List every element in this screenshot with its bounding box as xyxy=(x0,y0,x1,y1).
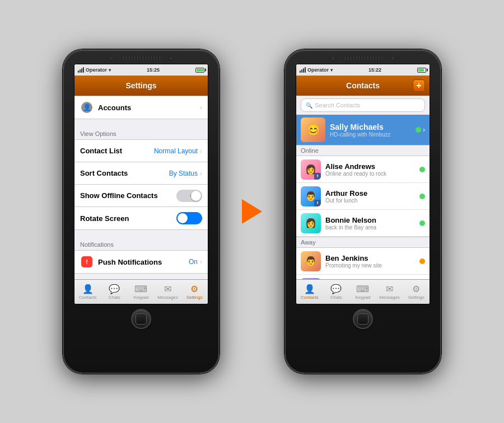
phone-top xyxy=(64,56,218,60)
accounts-row[interactable]: 👤 Accounts › xyxy=(74,96,208,119)
indicator-alise xyxy=(419,167,425,172)
status-bonnie: back in the Bay area xyxy=(325,224,415,231)
contact-matt-cina[interactable]: 👨 Matt Cina Party this friday xyxy=(296,275,430,279)
push-chevron: › xyxy=(200,258,202,266)
settings-header: Settings xyxy=(74,76,208,96)
header-title: Settings xyxy=(125,81,156,90)
indicator-ben xyxy=(419,258,425,264)
contacts-label-active: Contacts xyxy=(301,295,319,300)
name-alise: Alise Andrews xyxy=(325,162,415,171)
contact-list-chevron: › xyxy=(200,147,202,155)
tab-keypad-2[interactable]: ⌨ Keypad xyxy=(349,280,376,304)
notifications-header: Notifications xyxy=(74,234,208,250)
rotate-screen-row[interactable]: Rotate Screen ON xyxy=(74,207,208,229)
phone-top-2 xyxy=(286,56,440,60)
settings-content: 👤 Accounts › View Options Contact List N… xyxy=(74,96,208,279)
direction-arrow xyxy=(242,199,262,224)
tab-bar-settings: 👤 Contacts 💬 Chats ⌨ Keypad ✉ Messages ⚙… xyxy=(74,279,208,304)
contacts-title: Contacts xyxy=(346,81,380,90)
tab-keypad[interactable]: ⌨ Keypad xyxy=(128,280,155,304)
status-ben: Promoting my new site xyxy=(325,262,415,269)
show-offline-toggle[interactable]: OFF xyxy=(176,190,202,202)
avatar-matt: 👨 xyxy=(301,278,321,280)
featured-info: Sally Michaels HD-calling with Nimbuzz xyxy=(330,123,411,138)
arrow xyxy=(242,199,262,224)
search-icon: 🔍 xyxy=(306,102,312,109)
contacts-tab-icon: 👤 xyxy=(82,284,94,294)
messages-label-2: Messages xyxy=(379,295,399,300)
push-notifications-row[interactable]: ! Push Notifications On › xyxy=(74,251,208,273)
indicator-arthur xyxy=(419,194,425,199)
fb-badge-alise: f xyxy=(314,173,321,180)
home-button-2[interactable] xyxy=(353,309,373,329)
view-options-group: Contact List Normal Layout › Sort Contac… xyxy=(74,139,208,230)
contact-list-row[interactable]: Contact List Normal Layout › xyxy=(74,140,208,162)
speaker-grille-2 xyxy=(343,57,382,60)
wifi-icon-2: ▾ xyxy=(330,68,333,73)
contact-list-label: Contact List xyxy=(80,147,154,155)
contacts-icon-active: 👤 xyxy=(304,284,315,294)
rotate-toggle[interactable]: ON xyxy=(176,212,202,224)
info-alise: Alise Andrews Online and ready to rock xyxy=(325,162,415,177)
time-label-2: 15:22 xyxy=(368,67,381,73)
battery-icon-2 xyxy=(417,68,426,73)
show-offline-row[interactable]: Show Offline Contacts OFF xyxy=(74,185,208,207)
contacts-header: Contacts + xyxy=(296,76,430,96)
sort-contacts-value: By Status xyxy=(169,170,198,177)
featured-name: Sally Michaels xyxy=(330,123,411,131)
online-section-header: Online xyxy=(296,145,430,156)
settings-label-2: Settings xyxy=(408,295,424,300)
search-bar[interactable]: 🔍 Search Contacts xyxy=(301,98,425,112)
accounts-group: 👤 Accounts › xyxy=(74,96,208,119)
camera-dot xyxy=(109,56,114,60)
sort-contacts-chevron: › xyxy=(200,170,202,177)
info-bonnie: Bonnie Nelson back in the Bay area xyxy=(325,216,415,231)
keypad-tab-label: Keypad xyxy=(133,295,148,300)
messages-tab-icon: ✉ xyxy=(164,284,171,294)
featured-avatar: 😊 xyxy=(301,118,325,142)
screen-settings: Operator ▾ 15:25 Settings 👤 Ac xyxy=(74,64,208,304)
tab-messages[interactable]: ✉ Messages xyxy=(155,280,181,304)
sort-contacts-row[interactable]: Sort Contacts By Status › xyxy=(74,162,208,185)
phone-contacts: Operator ▾ 15:22 Contacts + 🔍 Search Con… xyxy=(284,49,441,374)
time-label: 15:25 xyxy=(147,67,160,73)
contact-alise-andrews[interactable]: 👩 f Alise Andrews Online and ready to ro… xyxy=(296,156,430,183)
search-placeholder: Search Contacts xyxy=(315,102,360,109)
home-button[interactable] xyxy=(131,309,151,329)
featured-contact[interactable]: 😊 Sally Michaels HD-calling with Nimbuzz… xyxy=(296,115,430,145)
keypad-icon-2: ⌨ xyxy=(356,284,369,294)
featured-status: HD-calling with Nimbuzz xyxy=(330,131,411,138)
sensor-dot-2 xyxy=(390,56,395,60)
screen-contacts: Operator ▾ 15:22 Contacts + 🔍 Search Con… xyxy=(296,64,430,304)
tab-chats[interactable]: 💬 Chats xyxy=(101,280,128,304)
tab-settings-2[interactable]: ⚙ Settings xyxy=(403,280,430,304)
contact-bonnie-nelson[interactable]: 👩 Bonnie Nelson back in the Bay area xyxy=(296,210,430,237)
camera-dot-2 xyxy=(331,56,335,60)
name-arthur: Arthur Rose xyxy=(325,189,415,198)
search-bar-wrapper: 🔍 Search Contacts xyxy=(296,96,430,115)
tab-contacts-active[interactable]: 👤 Contacts xyxy=(296,280,323,304)
featured-chevron: › xyxy=(423,126,425,134)
settings-tab-icon: ⚙ xyxy=(190,284,198,294)
person-icon: 👤 xyxy=(81,102,92,113)
tab-chats-2[interactable]: 💬 Chats xyxy=(323,280,350,304)
tab-contacts[interactable]: 👤 Contacts xyxy=(74,280,101,304)
featured-online-indicator xyxy=(416,127,421,133)
view-options-header: View Options xyxy=(74,124,208,139)
avatar-arthur: 👨 f xyxy=(301,186,321,206)
show-offline-label: Show Offline Contacts xyxy=(80,191,176,200)
push-notifications-label: Push Notifications xyxy=(98,258,189,266)
speaker-grille xyxy=(122,57,161,60)
tab-settings-active[interactable]: ⚙ Settings xyxy=(181,280,208,304)
tab-messages-2[interactable]: ✉ Messages xyxy=(376,280,403,304)
sort-contacts-label: Sort Contacts xyxy=(80,169,169,177)
contact-ben-jenkins[interactable]: 👨 Ben Jenkins Promoting my new site xyxy=(296,248,430,275)
messages-tab-label: Messages xyxy=(157,295,178,300)
add-contact-button[interactable]: + xyxy=(413,79,425,92)
chats-icon-2: 💬 xyxy=(330,284,342,294)
chats-label-2: Chats xyxy=(330,295,342,300)
avatar-alise: 👩 f xyxy=(301,159,321,180)
contact-arthur-rose[interactable]: 👨 f Arthur Rose Out for lunch xyxy=(296,183,430,210)
avatar-bonnie: 👩 xyxy=(301,213,321,233)
keypad-tab-icon: ⌨ xyxy=(134,284,147,294)
